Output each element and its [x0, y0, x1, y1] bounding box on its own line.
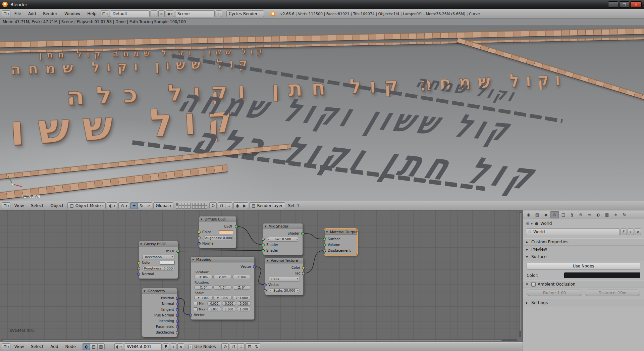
layer-cell[interactable]: [201, 206, 204, 209]
vector-socket[interactable]: [176, 314, 179, 317]
maximize-button[interactable]: □: [619, 1, 629, 8]
node-mix[interactable]: Mix ShaderShaderFac: 0.500ShaderShader: [263, 223, 303, 255]
menu-help[interactable]: Help: [84, 10, 99, 18]
vector-socket[interactable]: [176, 308, 179, 311]
scale-manipulator-button[interactable]: ↗: [145, 202, 152, 209]
node-glossy[interactable]: Glossy BSDFBSDFBeckmannColorRoughness: 0…: [139, 241, 178, 279]
lock-button[interactable]: Ω: [209, 202, 217, 209]
value-socket[interactable]: [262, 238, 265, 241]
pivot-dropdown[interactable]: ⊙ ▴▾: [118, 202, 129, 209]
layer-cell[interactable]: [179, 206, 181, 209]
layer-cell[interactable]: [192, 203, 195, 206]
color-swatch[interactable]: [160, 261, 175, 265]
titlebar[interactable]: Blender — □ ×: [0, 0, 644, 9]
fake-user-button[interactable]: F: [621, 229, 627, 235]
shader-socket[interactable]: [235, 225, 238, 228]
pin-button[interactable]: ⊙: [221, 343, 229, 350]
screen-layout-field[interactable]: Default: [110, 10, 150, 17]
render-still-button[interactable]: ◉: [233, 202, 241, 209]
node-output[interactable]: Material OutputSurfaceVolumeDisplacement: [324, 229, 357, 255]
layer-cell[interactable]: [195, 203, 198, 206]
mode-dropdown[interactable]: □ Object Mode ▴▾: [67, 202, 106, 209]
snap-magnet-button[interactable]: Ո: [218, 202, 225, 209]
vector-socket[interactable]: [176, 297, 179, 300]
world-color-swatch[interactable]: [564, 272, 640, 278]
vector-socket[interactable]: [189, 313, 192, 316]
orientation-dropdown[interactable]: Global ▴▾: [153, 202, 173, 209]
layer-cell[interactable]: [179, 203, 181, 206]
layer-cell[interactable]: [204, 206, 207, 209]
value-field[interactable]: 0.000: [207, 301, 221, 306]
checkbox[interactable]: [194, 302, 198, 305]
value-socket[interactable]: [264, 289, 267, 292]
menu-view[interactable]: View: [11, 343, 27, 351]
node-diffuse[interactable]: Diffuse BSDFBSDFColorRoughness: 0.000Nor…: [199, 216, 236, 248]
use-nodes-checkbox[interactable]: ✓: [189, 345, 193, 349]
value-field[interactable]: Z: 0°: [232, 285, 251, 290]
vector-socket[interactable]: [176, 319, 179, 322]
node-header[interactable]: Glossy BSDF: [139, 241, 178, 247]
menu-add[interactable]: Add: [47, 343, 61, 351]
shader-socket[interactable]: [323, 238, 326, 241]
auto-render-button[interactable]: ↻: [253, 343, 260, 350]
panel-surface[interactable]: ▼ Surface: [523, 253, 644, 260]
delete-layout-button[interactable]: ×: [158, 10, 165, 17]
value-slider[interactable]: Roughness: 0.000: [203, 236, 233, 240]
scene-browse-button[interactable]: ◆ ▴▾: [166, 10, 174, 17]
vector-socket[interactable]: [176, 325, 179, 328]
value-socket[interactable]: [302, 272, 305, 275]
enum-dropdown[interactable]: Beckmann: [142, 255, 174, 259]
value-field[interactable]: Y: 0°: [213, 285, 232, 290]
node-header[interactable]: Material Output: [325, 229, 357, 235]
tab-render-layers[interactable]: ▤: [533, 211, 541, 218]
editor-type-button[interactable]: ⊞ ▴▾: [2, 343, 10, 350]
layer-cell[interactable]: [176, 203, 178, 206]
layer-cell[interactable]: [182, 203, 184, 206]
menu-window[interactable]: Window: [61, 10, 83, 18]
vector-socket[interactable]: [264, 283, 267, 286]
tab-modifiers[interactable]: ⊛: [577, 211, 585, 218]
ao-checkbox[interactable]: [531, 282, 536, 287]
tab-object[interactable]: □: [559, 211, 568, 218]
scrollbar-thumb[interactable]: [519, 212, 521, 331]
add-layout-button[interactable]: +: [151, 10, 157, 17]
value-field[interactable]: 0.000: [222, 301, 236, 306]
vertical-scrollbar[interactable]: [519, 212, 521, 337]
material-name-field[interactable]: SVGMat.001: [124, 343, 162, 350]
menu-view[interactable]: View: [11, 202, 27, 210]
add-scene-button[interactable]: +: [216, 10, 222, 17]
render-anim-button[interactable]: ▶: [241, 202, 248, 209]
scene-name-field[interactable]: Scene: [175, 10, 215, 17]
value-field[interactable]: Y: 1.000: [213, 296, 232, 300]
value-field[interactable]: Y: 0m: [213, 275, 232, 279]
close-button[interactable]: ×: [630, 1, 642, 8]
fake-user-button[interactable]: F: [163, 343, 169, 350]
tab-scene[interactable]: ◆: [542, 211, 550, 218]
tab-particles[interactable]: ∗: [611, 211, 620, 218]
value-socket[interactable]: [137, 267, 140, 270]
layer-cell[interactable]: [176, 206, 178, 209]
rotate-manipulator-button[interactable]: ↻: [138, 202, 145, 209]
editor-type-button[interactable]: ⊞ ▴▾: [2, 10, 10, 17]
value-socket[interactable]: [198, 236, 201, 239]
value-slider[interactable]: Fac: 0.500: [267, 237, 299, 242]
layer-cell[interactable]: [198, 206, 201, 209]
tab-world[interactable]: ⊕: [550, 211, 559, 218]
panel-settings[interactable]: ▶ Settings: [523, 299, 644, 306]
menu-node[interactable]: Node: [62, 343, 79, 351]
tab-object-data[interactable]: ≈: [585, 211, 594, 218]
scrollbar-thumb[interactable]: [2, 339, 502, 341]
render-engine-dropdown[interactable]: Cycles Render: [226, 10, 264, 17]
node-header[interactable]: Geometry: [142, 288, 177, 294]
layer-cell[interactable]: [195, 206, 198, 209]
vector-socket[interactable]: [198, 242, 201, 245]
vector-socket[interactable]: [137, 272, 140, 275]
menu-select[interactable]: Select: [28, 202, 46, 210]
color-socket[interactable]: [198, 231, 201, 234]
layer-cell[interactable]: [188, 203, 191, 206]
texture-nodes-button[interactable]: ▦: [97, 343, 105, 350]
unlink-material-button[interactable]: ×: [177, 343, 184, 350]
world-name-field[interactable]: ⊕ World: [526, 229, 620, 235]
value-field[interactable]: 1.000: [237, 307, 251, 311]
value-socket[interactable]: [176, 331, 179, 334]
